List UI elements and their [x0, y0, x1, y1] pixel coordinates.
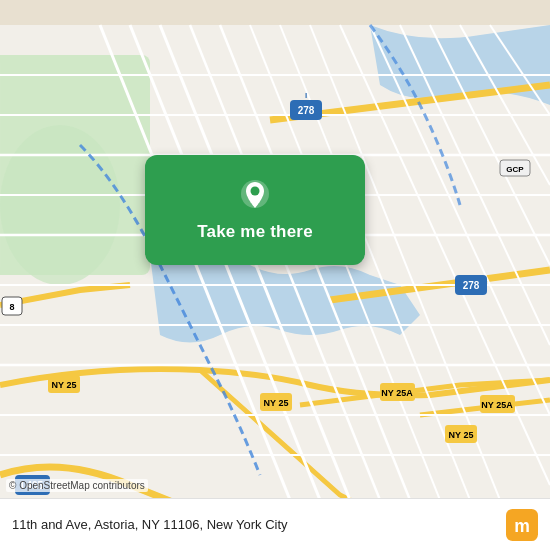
svg-text:8: 8 [9, 302, 14, 312]
svg-text:NY 25: NY 25 [449, 430, 474, 440]
svg-text:278: 278 [298, 105, 315, 116]
map-container: 278 I 278 NY 25 NY 25 NY 25A NY 25A NY 2… [0, 0, 550, 550]
svg-text:NY 25A: NY 25A [381, 388, 413, 398]
osm-credit-text: © OpenStreetMap contributors [9, 480, 145, 491]
map-svg: 278 I 278 NY 25 NY 25 NY 25A NY 25A NY 2… [0, 0, 550, 550]
location-pin-icon [237, 178, 273, 214]
bottom-bar: 11th and Ave, Astoria, NY 11106, New Yor… [0, 498, 550, 550]
svg-point-2 [0, 125, 120, 285]
svg-text:278: 278 [463, 280, 480, 291]
svg-point-49 [251, 187, 260, 196]
moovit-logo: m [506, 509, 538, 541]
osm-credit: © OpenStreetMap contributors [6, 479, 148, 492]
moovit-logo-icon: m [506, 509, 538, 541]
svg-text:NY 25: NY 25 [264, 398, 289, 408]
svg-text:NY 25A: NY 25A [481, 400, 513, 410]
svg-text:I: I [305, 91, 307, 100]
svg-text:m: m [514, 516, 530, 536]
address-text: 11th and Ave, Astoria, NY 11106, New Yor… [12, 517, 288, 532]
svg-text:GCP: GCP [506, 165, 524, 174]
svg-text:NY 25: NY 25 [52, 380, 77, 390]
take-me-there-label: Take me there [197, 222, 313, 242]
take-me-there-button[interactable]: Take me there [145, 155, 365, 265]
